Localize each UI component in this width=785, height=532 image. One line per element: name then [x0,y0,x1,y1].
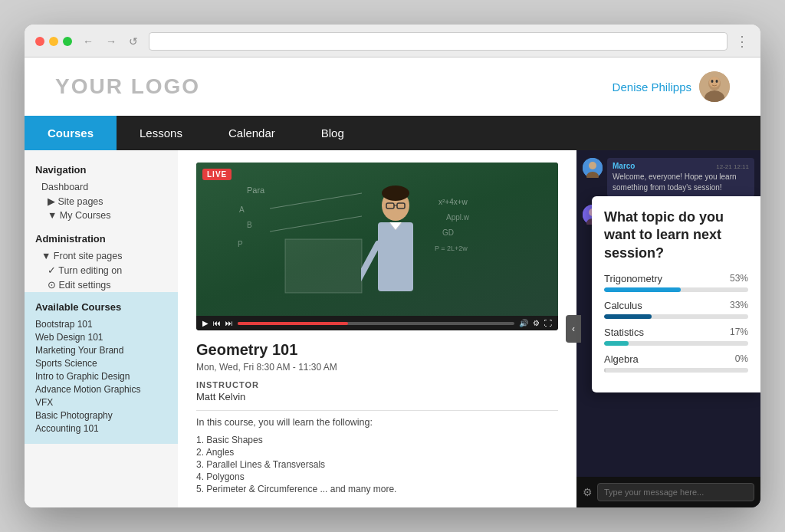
browser-navigation: ← → ↺ [80,34,141,49]
course-graphic[interactable]: Intro to Graphic Design [35,369,167,383]
poll-label-calc: Calculus [604,300,642,311]
reload-button[interactable]: ↺ [126,34,141,49]
poll-bar-bg-trig [604,287,748,292]
poll-label-trig: Trigonometry [604,273,662,284]
svg-text:x²+4x+w: x²+4x+w [438,198,468,206]
svg-rect-22 [378,222,413,291]
chat-gear-icon[interactable]: ⚙ [583,486,593,498]
poll-label-alg: Algebra [604,353,639,365]
user-name[interactable]: Denise Philipps [613,80,691,94]
minimize-dot[interactable] [49,37,58,46]
nav-item-calendar[interactable]: Calendar [205,116,298,150]
svg-point-4 [711,80,714,83]
course-vfx[interactable]: VFX [35,396,167,409]
svg-text:A: A [239,205,245,214]
browser-menu-icon[interactable]: ⋮ [735,33,750,50]
nav-item-blog[interactable]: Blog [298,116,367,150]
svg-text:P: P [238,240,243,248]
nav-item-courses[interactable]: Courses [25,116,117,150]
chat-panel: ‹ Marco [576,150,760,507]
nav-item-lessons[interactable]: Lessons [117,116,205,150]
poll-question: What topic do you want to learn next ses… [604,209,748,262]
course-webdesign[interactable]: Web Design 101 [35,330,167,343]
svg-text:Para: Para [247,186,265,195]
poll-pct-trig: 53% [730,273,748,284]
poll-bar-bg-alg [604,368,748,373]
course-description: In this course, you will learn the follo… [196,417,558,428]
svg-point-18 [382,186,409,201]
sidebar-front-site-pages[interactable]: ▼ Front site pages [35,249,167,263]
browser-window: ← → ↺ ⋮ YOUR LOGO Denise Philipps [25,25,760,507]
settings-button[interactable]: ⚙ [533,319,540,327]
available-courses-title: Available Courses [35,301,167,313]
poll-option-algebra: Algebra 0% [604,353,748,373]
sidebar-edit-settings[interactable]: ⊙ Edit settings [35,277,167,292]
course-topics: 1. Basic Shapes 2. Angles 3. Parallel Li… [196,434,558,495]
logo: YOUR LOGO [55,74,200,99]
forward-button[interactable]: ⏭ [225,319,233,327]
svg-text:B: B [247,221,252,229]
main-layout: Navigation Dashboard ▶ Site pages ▼ My C… [25,150,760,507]
chat-time-marco: 12-21 12:11 [716,163,749,170]
sidebar-site-pages[interactable]: ▶ Site pages [35,194,167,209]
app-header: YOUR LOGO Denise Philipps [25,57,760,116]
rewind-button[interactable]: ⏮ [213,319,221,327]
forward-button[interactable]: → [103,34,120,49]
poll-bar-fill-trig [604,287,681,292]
avatar-marco [583,158,603,178]
poll-pct-alg: 0% [735,353,748,365]
progress-fill [238,322,348,325]
user-area: Denise Philipps [613,71,730,102]
back-button[interactable]: ← [80,34,97,49]
app-container: YOUR LOGO Denise Philipps [25,57,760,507]
maximize-dot[interactable] [63,37,72,46]
chat-bubble-marco: Marco 12-21 12:11 Welcome, everyone! Hop… [607,158,754,197]
poll-bar-fill-calc [604,314,652,319]
volume-button[interactable]: 🔊 [519,319,528,327]
sidebar-administration-section: Administration ▼ Front site pages ✓ Turn… [35,233,167,292]
svg-line-14 [270,193,362,209]
instructor-label: INSTRUCTOR [196,380,558,389]
svg-rect-16 [285,239,362,293]
browser-dots [35,37,72,46]
poll-option-trigonometry: Trigonometry 53% [604,273,748,292]
course-marketing[interactable]: Marketing Your Brand [35,343,167,356]
topic-3: 3. Parallel Lines & Transversals [196,458,558,471]
instructor-name: Matt Kelvin [196,391,558,402]
course-schedule: Mon, Wed, Fri 8:30 AM - 11:30 AM [196,362,558,373]
poll-bar-bg-calc [604,314,748,319]
fullscreen-button[interactable]: ⛶ [544,319,552,327]
play-button[interactable]: ▶ [202,319,209,327]
content-area: Para A B P x²+4x+w Appl.w GD P = 2L+2w [178,150,576,507]
sidebar-navigation-section: Navigation Dashboard ▶ Site pages ▼ My C… [35,164,167,222]
chat-toggle-button[interactable]: ‹ [566,315,581,343]
video-thumbnail: Para A B P x²+4x+w Appl.w GD P = 2L+2w [196,163,558,316]
progress-bar[interactable] [238,322,514,325]
video-controls[interactable]: ▶ ⏮ ⏭ 🔊 ⚙ ⛶ [196,316,558,330]
poll-pct-calc: 33% [730,300,748,311]
course-title: Geometry 101 [196,341,558,359]
course-bootstrap[interactable]: Bootstrap 101 [35,317,167,330]
nav-bar: Courses Lessons Calendar Blog [25,116,760,150]
course-accounting[interactable]: Accounting 101 [35,422,167,435]
course-sports[interactable]: Sports Science [35,356,167,369]
close-dot[interactable] [35,37,44,46]
topic-5: 5. Perimeter & Circumference ... and man… [196,483,558,495]
poll-bar-fill-alg [604,368,606,373]
svg-line-15 [270,216,362,232]
course-photo[interactable]: Basic Photography [35,409,167,422]
sidebar-dashboard[interactable]: Dashboard [35,180,167,194]
svg-text:GD: GD [442,228,454,237]
chat-user-marco: Marco [613,162,635,170]
sidebar-my-courses[interactable]: ▼ My Courses [35,209,167,222]
sidebar-turn-editing-on[interactable]: ✓ Turn editing on [35,263,167,277]
avatar[interactable] [699,71,730,102]
chat-input-area: ⚙ [576,477,760,507]
svg-text:P = 2L+2w: P = 2L+2w [435,245,468,252]
course-motion[interactable]: Advance Motion Graphics [35,383,167,396]
chat-input[interactable] [597,483,754,501]
poll-label-stat: Statistics [604,327,644,338]
administration-title: Administration [35,233,167,245]
video-player[interactable]: Para A B P x²+4x+w Appl.w GD P = 2L+2w [196,163,558,330]
address-bar[interactable] [149,32,728,51]
